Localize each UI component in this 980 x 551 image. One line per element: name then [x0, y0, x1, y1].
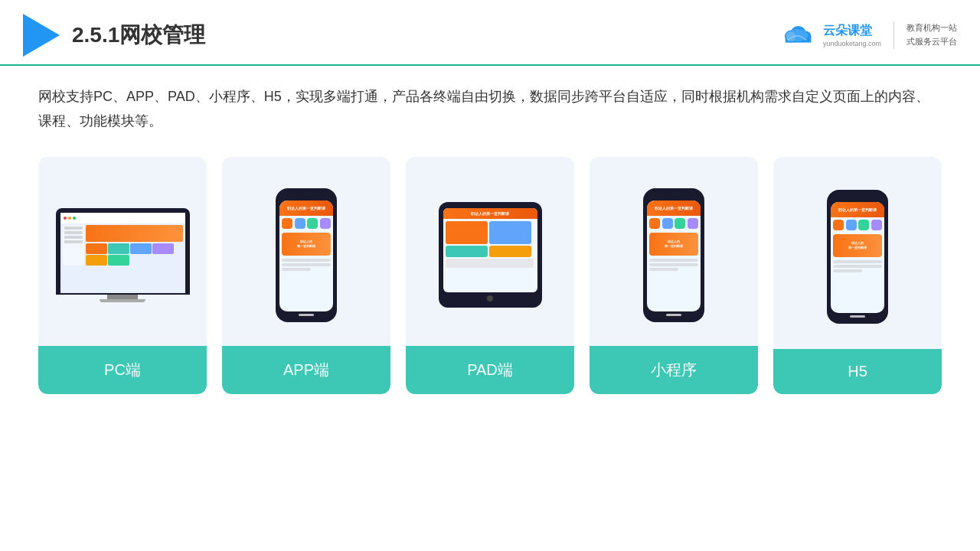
pc-main-area: [60, 225, 185, 266]
pad-home-dot: [487, 295, 493, 302]
pad-mockup: 职达人的第一堂判断课: [439, 202, 542, 308]
play-icon: [23, 14, 60, 57]
pc-sidebar: [63, 225, 84, 266]
pad-image-area: 职达人的第一堂判断课: [406, 157, 574, 346]
pc-base: [100, 299, 145, 302]
pad-topbar: 职达人的第一堂判断课: [443, 208, 537, 219]
miniprogram-phone-outer: 职达人的第一堂判断课 职达人的第一堂判断课: [643, 188, 704, 322]
h5-topbar: 职达人的第一堂判断课: [831, 202, 884, 217]
logo-divider: [893, 21, 894, 49]
miniprogram-phone-mockup: 职达人的第一堂判断课 职达人的第一堂判断课: [643, 188, 704, 322]
h5-phone-mockup: 职达人的第一堂判断课 职达人的第一堂判断课: [827, 190, 888, 324]
cards-row: PC端 职达人的第一堂判断课: [38, 157, 942, 394]
pc-image-area: [38, 157, 207, 346]
pc-screen-outer: [56, 208, 190, 295]
h5-phone-screen: 职达人的第一堂判断课 职达人的第一堂判断课: [831, 202, 884, 313]
pc-grid: [86, 243, 183, 266]
header-right: 云朵课堂 yunduoketang.com 教育机构一站 式服务云平台: [779, 21, 957, 49]
h5-image-area: 职达人的第一堂判断课 职达人的第一堂判断课: [773, 157, 942, 349]
pc-card: PC端: [38, 157, 207, 394]
h5-phone-notch: [850, 196, 865, 200]
app-phone-screen: 职达人的第一堂判断课 职达人的第一堂判断课: [279, 201, 333, 311]
app-label: APP端: [222, 346, 390, 394]
pc-label: PC端: [38, 346, 207, 394]
pad-card: 职达人的第一堂判断课: [406, 157, 574, 394]
miniprogram-phone-notch: [666, 194, 681, 198]
app-phone-notch: [299, 194, 314, 198]
pc-screen: [60, 213, 185, 293]
pc-dot-red: [64, 217, 67, 220]
cloud-icon: [779, 23, 815, 47]
h5-home-bar: [850, 315, 865, 318]
pc-topbar: [60, 213, 185, 223]
pc-dot-green: [73, 217, 76, 220]
miniprogram-home-bar: [666, 314, 681, 316]
logo-main-text: 云朵课堂: [823, 22, 881, 39]
header: 2.5.1网校管理 云朵课堂 yunduoketang.com 教育机构一站: [0, 0, 980, 66]
miniprogram-label: 小程序: [590, 346, 758, 394]
app-phone-topbar: 职达人的第一堂判断课: [279, 201, 333, 216]
miniprogram-image-area: 职达人的第一堂判断课 职达人的第一堂判断课: [590, 157, 758, 346]
svg-point-5: [786, 29, 808, 41]
brand-logo: [779, 23, 815, 47]
pc-body: [86, 225, 183, 266]
h5-card: 职达人的第一堂判断课 职达人的第一堂判断课: [773, 157, 942, 394]
description-text: 网校支持PC、APP、PAD、小程序、H5，实现多端打通，产品各终端自由切换，数…: [38, 84, 942, 134]
header-left: 2.5.1网校管理: [23, 14, 205, 57]
miniprogram-topbar: 职达人的第一堂判断课: [647, 201, 701, 216]
logo-domain: yunduoketang.com: [823, 39, 881, 49]
logo-text: 云朵课堂 yunduoketang.com: [823, 22, 881, 49]
app-home-bar: [299, 314, 314, 316]
app-phone-mockup: 职达人的第一堂判断课 职达人的第一堂判断课: [276, 188, 337, 322]
miniprogram-phone-screen: 职达人的第一堂判断课 职达人的第一堂判断课: [647, 201, 701, 311]
pad-label: PAD端: [406, 346, 574, 394]
app-image-area: 职达人的第一堂判断课 职达人的第一堂判断课: [222, 157, 390, 346]
pc-dot-yellow: [68, 217, 71, 220]
app-phone-outer: 职达人的第一堂判断课 职达人的第一堂判断课: [276, 188, 337, 322]
logo-slogan: 教育机构一站 式服务云平台: [906, 21, 957, 48]
app-card: 职达人的第一堂判断课 职达人的第一堂判断课: [222, 157, 390, 394]
h5-phone-outer: 职达人的第一堂判断课 职达人的第一堂判断课: [827, 190, 888, 324]
pad-screen: 职达人的第一堂判断课: [443, 208, 537, 292]
miniprogram-card: 职达人的第一堂判断课 职达人的第一堂判断课: [590, 157, 758, 394]
main-content: 网校支持PC、APP、PAD、小程序、H5，实现多端打通，产品各终端自由切换，数…: [0, 66, 980, 409]
page-title: 2.5.1网校管理: [72, 21, 205, 50]
pad-outer: 职达人的第一堂判断课: [439, 202, 542, 308]
pc-stand: [107, 295, 138, 299]
pc-banner: [86, 225, 183, 242]
h5-label: H5: [773, 349, 942, 394]
pc-mockup: [56, 208, 190, 302]
